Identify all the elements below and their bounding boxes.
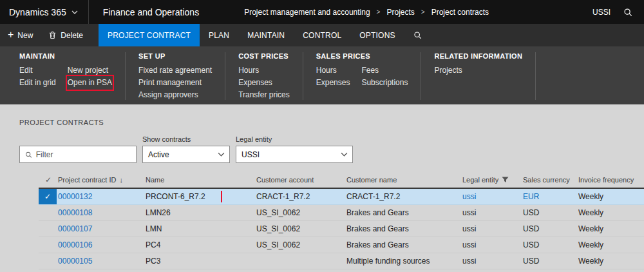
row-checkbox[interactable]	[39, 253, 58, 269]
ribbon-item-transfer-prices[interactable]: Transfer prices	[238, 89, 290, 101]
tab-control[interactable]: CONTROL	[294, 24, 350, 46]
ribbon-item-assign-approvers[interactable]: Assign approvers	[138, 89, 198, 101]
chevron-down-icon	[71, 10, 78, 14]
company-badge[interactable]: USSI	[592, 8, 611, 17]
delete-button-label: Delete	[61, 31, 83, 40]
show-contracts-field: Show contracts Active	[142, 135, 230, 163]
ribbon-item-expenses[interactable]: Expenses	[316, 77, 350, 89]
ribbon-item-edit[interactable]: Edit	[19, 64, 33, 77]
ribbon-group-title: RELATED INFORMATION	[434, 52, 522, 60]
tab-maintain[interactable]: MAINTAIN	[238, 24, 294, 46]
cell-value-id[interactable]: 00000105	[58, 257, 92, 266]
row-checkbox[interactable]: ✓	[39, 189, 57, 204]
cell-value-id[interactable]: 00000107	[58, 224, 92, 233]
ribbon-item-projects[interactable]: Projects	[434, 64, 462, 77]
cell-value-id[interactable]: 00000108	[58, 208, 92, 217]
ribbon-item-open-in-psa[interactable]: Open in PSA	[68, 77, 112, 89]
show-contracts-select[interactable]: Active	[142, 146, 230, 163]
action-search[interactable]	[404, 24, 431, 46]
column-header-customer-name[interactable]: Customer name	[346, 176, 462, 184]
ribbon-item-fixed-rate-agreement[interactable]: Fixed rate agreement	[138, 64, 212, 77]
table-row-00000107[interactable]: 00000107LMNUS_SI_0062Brakes and Gearsuss…	[39, 221, 644, 237]
cell-legal-entity: ussi	[462, 224, 523, 233]
column-header-name[interactable]: Name	[146, 176, 256, 184]
chevron-down-icon	[218, 152, 225, 157]
cell-id: 00000107	[58, 224, 146, 233]
ribbon-item-hours[interactable]: Hours	[238, 64, 259, 77]
app-name-label: Finance and Operations	[103, 7, 199, 17]
cell-value-id[interactable]: 00000106	[58, 240, 92, 249]
column-header-invoice-frequency[interactable]: Invoice frequency	[578, 176, 644, 184]
tab-options[interactable]: OPTIONS	[350, 24, 404, 46]
project-contracts-page: PROJECT CONTRACTS Show contracts Active …	[0, 104, 644, 269]
cell-value-customer-name: Multiple funding sources	[346, 257, 430, 266]
breadcrumb-item-project-management-and-accounting[interactable]: Project management and accounting	[244, 8, 370, 17]
table-row-00000105[interactable]: 00000105PC3Multiple funding sourcesussiU…	[39, 253, 644, 269]
tab-plan[interactable]: PLAN	[200, 24, 238, 46]
new-button[interactable]: + New	[0, 24, 41, 46]
cell-value-invoice-frequency: Weekly	[578, 257, 603, 266]
app-name[interactable]: Finance and Operations	[89, 0, 213, 24]
cell-value-name: LMN	[146, 224, 162, 233]
breadcrumb-item-projects[interactable]: Projects	[386, 8, 414, 17]
column-header-customer-account[interactable]: Customer account	[256, 176, 346, 184]
cell-name: PRCONT-6_R7.2	[146, 191, 256, 202]
legal-entity-label: Legal entity	[236, 135, 353, 143]
ribbon-columns: Projects	[434, 64, 522, 77]
row-checkbox[interactable]	[39, 205, 58, 220]
ribbon-item-edit-in-grid[interactable]: Edit in grid	[19, 77, 56, 89]
cell-legal-entity: ussi	[462, 192, 523, 201]
trash-icon	[48, 31, 57, 39]
table-row-00000106[interactable]: 00000106PC4US_SI_0062Brakes and Gearsuss…	[39, 237, 644, 253]
breadcrumb-item-project-contracts[interactable]: Project contracts	[431, 8, 489, 17]
cell-id: 00000106	[58, 240, 146, 249]
cell-value-customer-name: CRACT-1_R7.2	[346, 192, 400, 201]
select-all-checkbox[interactable]: ✓	[39, 171, 58, 188]
cell-value-customer-account: US_SI_0062	[256, 224, 300, 233]
ribbon-item-new-project[interactable]: New project	[68, 64, 108, 77]
grid-body: ✓00000132PRCONT-6_R7.2CRACT-1_R7.2CRACT-…	[39, 189, 644, 269]
cell-value-customer-account: US_SI_0062	[256, 240, 300, 249]
page-title: PROJECT CONTRACTS	[19, 119, 644, 126]
cell-legal-entity: ussi	[462, 240, 523, 249]
search-icon	[413, 31, 422, 39]
cell-sales-currency: USD	[523, 240, 578, 249]
ribbon-column: HoursExpensesTransfer prices	[238, 64, 290, 101]
dynamics-365-menu[interactable]: Dynamics 365	[0, 0, 89, 24]
filter-funnel-icon[interactable]	[502, 177, 509, 183]
column-label: Invoice frequency	[578, 176, 634, 184]
cell-value-customer-account: US_SI_0062	[256, 208, 300, 217]
cell-id: 00000108	[58, 208, 146, 217]
table-row-00000108[interactable]: 00000108LMN26US_SI_0062Brakes and Gearsu…	[39, 205, 644, 221]
table-row-00000132[interactable]: ✓00000132PRCONT-6_R7.2CRACT-1_R7.2CRACT-…	[39, 189, 644, 205]
filter-input[interactable]	[36, 150, 131, 159]
cell-value-id[interactable]: 00000132	[58, 192, 92, 201]
column-header-project-contract-id[interactable]: Project contract ID↓	[58, 176, 146, 184]
ribbon-item-subscriptions[interactable]: Subscriptions	[361, 77, 408, 89]
column-header-legal-entity[interactable]: Legal entity	[462, 176, 523, 184]
chevron-down-icon	[341, 152, 348, 157]
cell-value-customer-account: CRACT-1_R7.2	[256, 192, 310, 201]
ribbon: MAINTAINEditEdit in gridNew projectOpen …	[0, 46, 644, 104]
row-checkbox[interactable]	[39, 221, 58, 237]
column-header-sales-currency[interactable]: Sales currency	[523, 176, 578, 184]
cell-value-sales-currency: USD	[523, 208, 539, 217]
cell-sales-currency: USD	[523, 257, 578, 266]
ribbon-columns: HoursExpensesTransfer prices	[238, 64, 290, 101]
ribbon-group-cost-prices: COST PRICESHoursExpensesTransfer prices	[225, 52, 303, 100]
cell-name: LMN26	[146, 208, 256, 217]
legal-entity-field: Legal entity USSI	[236, 135, 353, 163]
ribbon-item-fees[interactable]: Fees	[361, 64, 379, 77]
delete-button[interactable]: Delete	[41, 24, 91, 46]
filter-box[interactable]	[19, 146, 137, 163]
cell-customer-name: Brakes and Gears	[346, 240, 462, 249]
ribbon-group-set-up: SET UPFixed rate agreementPrint manageme…	[126, 52, 225, 100]
search-icon[interactable]	[623, 8, 632, 17]
row-checkbox[interactable]	[39, 237, 58, 253]
ribbon-item-hours[interactable]: Hours	[316, 64, 337, 77]
ribbon-item-expenses[interactable]: Expenses	[238, 77, 272, 89]
legal-entity-select[interactable]: USSI	[236, 146, 353, 163]
tab-project-contract[interactable]: PROJECT CONTRACT	[99, 24, 200, 46]
ribbon-item-print-management[interactable]: Print management	[138, 77, 202, 89]
cell-value-name: LMN26	[146, 208, 171, 217]
